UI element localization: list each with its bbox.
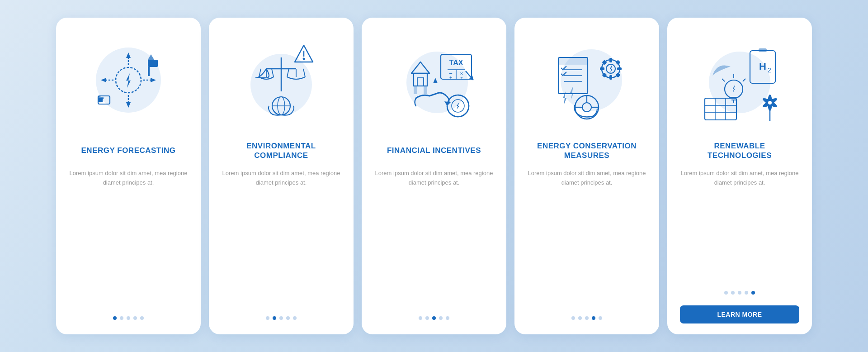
- svg-point-91: [768, 100, 772, 105]
- dot-5: [599, 316, 602, 320]
- svg-rect-55: [558, 57, 588, 65]
- card-title-energy-conservation: ENERGY CONSERVATIONMEASURES: [537, 141, 637, 161]
- dot-5: [140, 316, 144, 320]
- dot-5: [293, 316, 297, 320]
- dot-1: [266, 316, 269, 320]
- dot-4: [439, 316, 443, 320]
- card-energy-forecasting: ENERGY FORECASTING Lorem ipsum dolor sit…: [56, 18, 201, 334]
- dot-3: [585, 316, 589, 320]
- svg-rect-36: [414, 86, 417, 94]
- svg-text:÷: ÷: [461, 76, 463, 80]
- dots-environmental-compliance: [266, 316, 297, 320]
- dot-2: [425, 316, 429, 320]
- card-renewable-technologies: H 2: [667, 18, 812, 334]
- illustration-financial-incentives: TAX − × + ÷: [384, 30, 484, 130]
- svg-rect-63: [600, 67, 604, 70]
- card-title-environmental-compliance: ENVIRONMENTALCOMPLIANCE: [246, 141, 316, 161]
- card-desc-renewable-technologies: Lorem ipsum dolor sit dim amet, mea regi…: [680, 169, 799, 188]
- svg-rect-11: [148, 60, 158, 67]
- svg-rect-12: [148, 67, 150, 76]
- dot-3: [279, 316, 283, 320]
- svg-text:2: 2: [768, 67, 771, 74]
- card-title-energy-forecasting: ENERGY FORECASTING: [81, 141, 176, 161]
- card-financial-incentives: TAX − × + ÷: [362, 18, 506, 334]
- dots-renewable-technologies: [724, 291, 755, 295]
- dot-2: [120, 316, 123, 320]
- dots-energy-forecasting: [113, 316, 144, 320]
- dot-1: [419, 316, 422, 320]
- dot-2: [578, 316, 582, 320]
- dot-4: [592, 316, 595, 320]
- dot-1: [724, 291, 728, 295]
- svg-rect-37: [424, 86, 427, 94]
- svg-text:H: H: [759, 61, 766, 72]
- illustration-environmental-compliance: [231, 30, 331, 130]
- illustration-energy-conservation: [537, 30, 637, 130]
- card-title-renewable-technologies: RENEWABLETECHNOLOGIES: [708, 141, 772, 161]
- card-desc-environmental-compliance: Lorem ipsum dolor sit dim amet, mea regi…: [222, 169, 341, 188]
- card-desc-energy-conservation: Lorem ipsum dolor sit dim amet, mea regi…: [527, 169, 646, 188]
- card-desc-financial-incentives: Lorem ipsum dolor sit dim amet, mea regi…: [374, 169, 494, 188]
- dots-financial-incentives: [419, 316, 449, 320]
- illustration-energy-forecasting: [79, 30, 178, 130]
- dot-2: [731, 291, 735, 295]
- svg-rect-64: [617, 67, 622, 70]
- svg-rect-62: [609, 75, 612, 80]
- svg-text:TAX: TAX: [449, 59, 463, 67]
- card-desc-energy-forecasting: Lorem ipsum dolor sit dim amet, mea regi…: [69, 169, 188, 188]
- card-title-financial-incentives: FINANCIAL INCENTIVES: [387, 141, 481, 161]
- svg-rect-79: [759, 48, 767, 52]
- svg-rect-61: [609, 58, 612, 62]
- dot-5: [446, 316, 449, 320]
- dot-3: [127, 316, 130, 320]
- svg-text:+: +: [449, 75, 452, 80]
- dots-energy-conservation: [571, 316, 602, 320]
- dot-4: [286, 316, 290, 320]
- dot-3: [738, 291, 741, 295]
- dot-5: [751, 291, 755, 295]
- cards-container: ENERGY FORECASTING Lorem ipsum dolor sit…: [47, 9, 821, 343]
- svg-point-20: [303, 58, 305, 60]
- dot-2: [273, 316, 276, 320]
- dot-1: [571, 316, 575, 320]
- card-environmental-compliance: ENVIRONMENTALCOMPLIANCE Lorem ipsum dolo…: [209, 18, 354, 334]
- dot-4: [745, 291, 748, 295]
- card-energy-conservation: ENERGY CONSERVATIONMEASURES Lorem ipsum …: [514, 18, 659, 334]
- learn-more-button[interactable]: LEARN MORE: [680, 305, 799, 323]
- illustration-renewable-technologies: H 2: [690, 30, 789, 130]
- dot-1: [113, 316, 117, 320]
- dot-4: [133, 316, 137, 320]
- dot-3: [432, 316, 436, 320]
